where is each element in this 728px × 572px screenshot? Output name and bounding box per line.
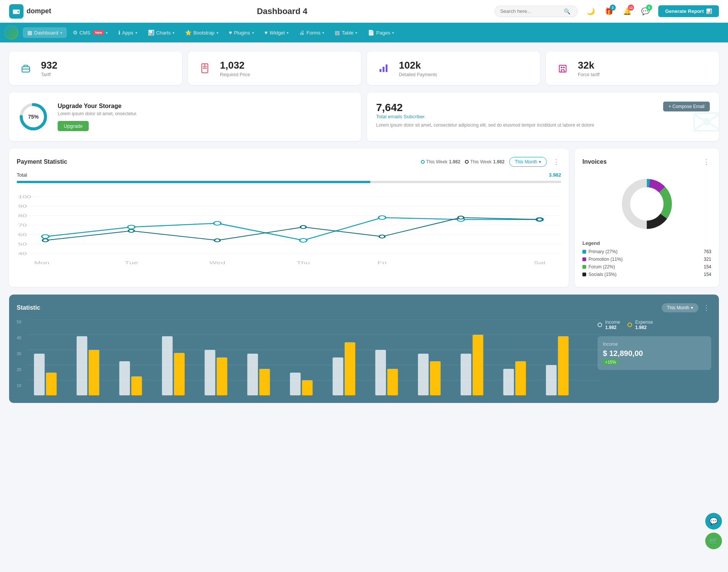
statistic-this-month-button[interactable]: This Month ▾ [662,303,698,312]
header: dompet Dashboard 4 🔍 🌙 🎁2 🔔12 💬5 Generat… [0,0,728,23]
svg-rect-13 [561,70,564,72]
primary-color [582,250,586,254]
svg-rect-10 [383,67,384,72]
svg-text:Thu: Thu [297,260,310,265]
bell-icon[interactable]: 🔔12 [620,5,634,18]
svg-text:90: 90 [18,204,27,209]
chart-icon [375,59,393,77]
invoices-more-button[interactable]: ⋮ [701,156,711,168]
svg-rect-66 [119,361,130,395]
y-label-50: 50 [17,320,26,324]
legend-item-1: This Week 1.982 [421,159,461,165]
forum-label: Forum (22%) [588,264,615,270]
storage-info: Upgrade Your Storage Lorem ipsum dolor s… [58,103,137,131]
chevron-down-icon: ▾ [691,305,693,310]
search-input[interactable] [500,8,561,14]
progress-fill [17,181,370,183]
nav-item-plugins[interactable]: ♥ Plugins ▾ [224,27,259,38]
main-nav: ▦ Dashboard ▾ ⚙ CMS New ▾ ℹ Apps ▾ 📊 Cha… [0,23,728,42]
promotion-label: Promotion (11%) [588,257,623,262]
y-label-40: 40 [17,335,26,340]
svg-point-34 [214,221,221,225]
svg-rect-70 [205,350,215,395]
legend-dot-1 [421,160,425,164]
svg-text:Tue: Tue [125,260,138,265]
search-icon: 🔍 [564,8,570,14]
expense-label: Expense [635,320,653,325]
payment-statistic-card: Payment Statistic This Week 1.982 This W… [9,149,569,287]
this-month-label: This Month [515,159,537,165]
chevron-down-icon: ▾ [322,31,324,35]
expense-dot [628,323,632,327]
svg-rect-86 [546,365,557,395]
income-box: Income $ 12,890,00 +15% [598,336,711,370]
svg-rect-64 [77,336,87,395]
svg-rect-63 [46,373,56,395]
file-invoice-icon [196,59,214,77]
svg-rect-87 [558,336,568,395]
pages-icon: 📄 [368,30,374,36]
upgrade-button[interactable]: Upgrade [58,121,89,131]
income-val: 1.982 [605,325,620,330]
svg-text:Sat: Sat [534,260,546,265]
moon-icon[interactable]: 🌙 [584,5,598,18]
tariff-value: 932 [41,60,57,71]
socials-value: 154 [704,272,711,277]
svg-text:Fri: Fri [378,260,387,265]
legend-section: Legend Primary (27%) 763 Promotion (11%)… [582,240,711,277]
svg-text:80: 80 [18,213,27,218]
line-chart: 100 90 80 70 60 50 40 [17,189,561,266]
svg-rect-78 [375,350,386,395]
income-change: +15% [603,359,706,365]
nav-item-table[interactable]: ▤ Table ▾ [330,27,362,38]
stat-info-required-price: 1,032 Required Price [220,60,250,77]
svg-point-41 [214,239,220,242]
nav-item-forms[interactable]: 🖨 Forms ▾ [295,27,329,38]
dashboard-icon: ▦ [27,30,32,36]
income-legend: Income 1.982 [598,320,620,330]
expense-legend: Expense 1.982 [628,320,653,330]
svg-point-40 [129,229,134,232]
chat-icon[interactable]: 💬5 [639,5,652,18]
svg-rect-77 [345,342,355,395]
statistic-header: Statistic This Month ▾ ⋮ [17,302,711,313]
search-box[interactable]: 🔍 [494,6,578,17]
svg-rect-67 [131,376,142,395]
svg-rect-69 [174,353,185,395]
nav-item-widget[interactable]: ♥ Widget ▾ [260,27,293,38]
email-bg-icon: ✉ [691,100,719,141]
forum-value: 154 [704,264,711,270]
socials-label: Socials (15%) [588,272,617,277]
more-options-button[interactable]: ⋮ [551,156,561,168]
total-row: Total 3.982 [17,172,561,178]
nav-item-bootstrap[interactable]: ⭐ Bootstrap ▾ [180,27,223,38]
nav-apps-label: Apps [122,30,133,36]
svg-point-2 [17,11,19,13]
nav-table-label: Table [342,30,353,36]
svg-rect-85 [515,361,526,395]
legend-title: Legend [582,240,711,246]
detailed-payments-value: 102k [399,60,437,71]
nav-plugins-label: Plugins [234,30,250,36]
statistic-more-button[interactable]: ⋮ [701,302,711,313]
nav-forms-label: Forms [306,30,320,36]
statistic-inner: 50 40 30 20 10 [17,320,711,395]
svg-point-33 [128,225,135,229]
force-tariff-value: 32k [578,60,599,71]
nav-item-cms[interactable]: ⚙ CMS New ▾ [68,27,112,38]
generate-report-button[interactable]: Generate Report 📊 [658,5,719,17]
nav-item-charts[interactable]: 📊 Charts ▾ [143,27,179,38]
nav-item-pages[interactable]: 📄 Pages ▾ [363,27,399,38]
income-label: Income [605,320,620,325]
header-icons: 🌙 🎁2 🔔12 💬5 [584,5,652,18]
svg-rect-9 [380,69,381,72]
this-month-button[interactable]: This Month ▾ [509,157,547,167]
income-box-label: Income [603,342,706,347]
nav-item-dashboard[interactable]: ▦ Dashboard ▾ [23,27,67,38]
statistic-title: Statistic [17,304,40,311]
legend2-value: 1.982 [493,159,505,165]
gift-icon[interactable]: 🎁2 [602,5,616,18]
nav-charts-label: Charts [156,30,171,36]
nav-item-apps[interactable]: ℹ Apps ▾ [114,27,142,38]
chevron-down-icon: ▾ [355,31,357,35]
